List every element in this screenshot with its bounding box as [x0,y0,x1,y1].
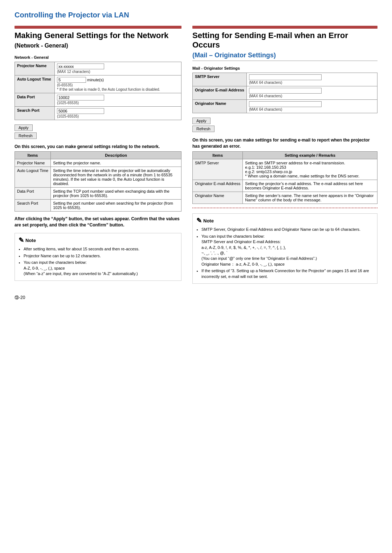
left-column: Making General Settings for the Network … [15,26,181,281]
right-form-label: Mail - Originator Settings [192,66,377,70]
right-note-list: SMTP Server, Originator E-mail Address a… [201,227,373,279]
originator-name-label: Originator Name [193,99,247,113]
right-column: Setting for Sending E-mail when an Error… [192,26,377,284]
email-input[interactable] [249,88,322,94]
right-note-box: ✎ Note SMTP Server, Originator E-mail Ad… [192,213,377,284]
projector-name-label: Projector Name [15,62,55,75]
left-desc-title: On this screen, you can make general set… [15,144,181,149]
left-apply-button[interactable]: Apply [15,124,33,131]
right-note-item: If the settings of “3. Setting up a Netw… [201,268,373,279]
left-refresh-button[interactable]: Refresh [15,132,37,139]
left-note-list: After setting items, wait for about 15 s… [24,246,177,276]
left-desc-table: Items Description Projector NameSetting … [15,151,181,212]
auto-logout-value: 5 minute(s) (0-65535) * If the set value… [55,75,181,93]
right-table-row: SMTP ServerSetting an SMTP server addres… [193,159,377,180]
smtp-label: SMTP Server [193,73,247,86]
left-header-bar [15,26,181,29]
right-table-row: Originator NameSetting the sender’s name… [193,192,377,204]
right-section-title: Setting for Sending E-mail when an Error… [192,31,377,50]
auto-logout-input[interactable]: 5 [57,77,86,83]
form-row-projector-name: Projector Name xx-xxxxx (MAX 12 characte… [15,62,181,75]
search-port-hint: (1025-65535) [57,114,179,118]
left-note-title: ✎ Note [19,236,177,244]
right-setting-table: Items Setting example / Remarks SMTP Ser… [192,151,377,204]
search-port-value: 5006 (1025-65535) [55,106,181,120]
left-section-title: Making General Settings for the Network … [15,31,181,50]
left-note-item: After setting items, wait for about 15 s… [24,246,177,252]
right-table-item: SMTP Server [193,159,243,180]
dotted-divider [192,208,377,208]
right-table-desc: Setting an SMTP server address for e-mai… [243,159,377,180]
data-port-label: Data Port [15,93,55,106]
left-table-item: Search Port [15,199,51,211]
smtp-value: (MAX 64 characters) [246,73,377,86]
right-table-col-items: Items [193,152,243,159]
right-table-item: Originator E-mail Address [193,180,243,192]
form-row-smtp: SMTP Server (MAX 64 characters) [193,73,377,86]
left-table-col-items: Items [15,151,51,159]
left-form-label: Network - General [15,55,181,60]
left-table-row: Auto Logout TimeSetting the time interva… [15,167,181,187]
left-table-item: Projector Name [15,159,51,167]
email-value: (MAX 64 characters) [246,86,377,99]
projector-name-hint: (MAX 12 characters) [57,70,179,74]
email-hint: (MAX 64 characters) [249,94,375,98]
right-desc-section: On this screen, you can make settings fo… [192,137,377,204]
data-port-value: 10002 (1025-65535) [55,93,181,106]
originator-name-hint: (MAX 64 characters) [249,107,375,111]
right-table-col-desc: Setting example / Remarks [243,152,377,159]
projector-name-value: xx-xxxxx (MAX 12 characters) [55,62,181,75]
page-number: ⑬-20 [15,295,377,301]
left-table-desc: Setting the TCP port number used when ex… [51,187,181,199]
right-apply-button[interactable]: Apply [192,118,211,124]
right-note-item: SMTP Server, Originator E-mail Address a… [201,227,373,232]
right-note-item: You can input the characters below: SMTP… [201,234,373,267]
left-table-desc: Setting the port number used when search… [51,199,181,211]
form-row-search-port: Search Port 5006 (1025-65535) [15,106,181,120]
search-port-label: Search Port [15,106,55,120]
left-desc-section: On this screen, you can make general set… [15,144,181,212]
right-desc-title: On this screen, you can make settings fo… [192,137,377,149]
auto-logout-hint1: (0-65535) [57,83,179,87]
data-port-hint: (1025-65535) [57,101,179,105]
right-table-desc: Setting the sender’s name. The name set … [243,192,377,204]
right-refresh-button[interactable]: Refresh [192,126,215,132]
form-row-data-port: Data Port 10002 (1025-65535) [15,93,181,106]
left-table-desc: Setting the time interval in which the p… [51,167,181,187]
left-table-row: Projector NameSetting the projector name… [15,159,181,167]
smtp-hint: (MAX 64 characters) [249,81,375,85]
note-icon: ✎ [19,236,24,244]
left-table-desc: Setting the projector name. [51,159,181,167]
form-row-auto-logout: Auto Logout Time 5 minute(s) (0-65535) *… [15,75,181,93]
data-port-input[interactable]: 10002 [57,95,104,101]
originator-name-value: (MAX 64 characters) [246,99,377,113]
network-general-form: Projector Name xx-xxxxx (MAX 12 characte… [15,62,181,120]
right-table-desc: Setting the projector’s e-mail address. … [243,180,377,192]
left-table-item: Auto Logout Time [15,167,51,187]
projector-name-input[interactable]: xx-xxxxx [57,64,104,69]
smtp-input[interactable] [249,74,322,80]
left-table-row: Search PortSetting the port number used … [15,199,181,211]
left-note-item: Projector Name can be up to 12 character… [24,253,177,259]
originator-name-input[interactable] [249,101,322,107]
left-table-item: Data Port [15,187,51,199]
left-table-row: Data PortSetting the TCP port number use… [15,187,181,199]
auto-logout-hint2: * If the set value is made 0, the Auto L… [57,87,179,91]
left-table-col-desc: Description [51,151,181,159]
page-title: Controlling the Projector via LAN [15,11,377,19]
search-port-input[interactable]: 5006 [57,108,104,114]
right-table-row: Originator E-mail AddressSetting the pro… [193,180,377,192]
form-row-email: Originator E-mail Address (MAX 64 charac… [193,86,377,99]
after-click-note: After clicking the “Apply” button, the s… [15,216,181,228]
left-note-item: You can input the characters below: A-Z,… [24,260,177,276]
auto-logout-label: Auto Logout Time [15,75,55,93]
form-row-originator-name: Originator Name (MAX 64 characters) [193,99,377,113]
right-header-bar [192,26,377,29]
auto-logout-unit: minute(s) [87,78,104,82]
right-note-title: ✎ Note [196,217,373,225]
right-table-item: Originator Name [193,192,243,204]
email-label: Originator E-mail Address [193,86,247,99]
mail-originator-form: SMTP Server (MAX 64 characters) Originat… [192,73,377,113]
right-note-icon: ✎ [196,217,202,225]
left-note-box: ✎ Note After setting items, wait for abo… [15,233,181,281]
